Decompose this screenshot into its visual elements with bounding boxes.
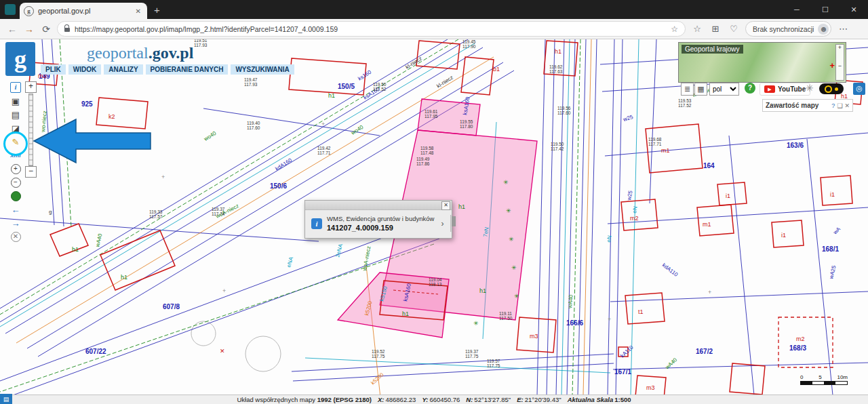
overview-map[interactable]: Geoportal krajowy + +− [678, 42, 846, 83]
window-maximize-icon[interactable]: ☐ [811, 0, 840, 19]
menu-dots-icon[interactable]: ⋯ [836, 24, 850, 34]
panel-help-icon[interactable]: ? [831, 102, 835, 109]
map-label: 119.37117.75 [465, 349, 479, 359]
popup-scrollbar[interactable] [450, 215, 452, 232]
map-label: 167/1 [614, 368, 631, 376]
collections-icon[interactable]: ⊞ [709, 24, 722, 34]
zoom-out-button[interactable]: − [25, 166, 37, 178]
map-label: ✳ [503, 179, 509, 186]
previous-view-icon[interactable]: ← [7, 203, 24, 216]
map-viewport: 149925150/5150/6607/8607/22163/6164166/6… [0, 39, 868, 395]
favorite-star-icon[interactable]: ☆ [671, 24, 678, 34]
help-icon[interactable]: ? [745, 83, 755, 94]
menu-item-plik[interactable]: PLIK [41, 64, 66, 75]
map-label: 119.52117.75 [372, 349, 385, 359]
url-text[interactable]: https://mapy.geoportal.gov.pl/imap/Imgp_… [75, 25, 666, 33]
map-label: h1 [328, 92, 335, 99]
map-label: 119.04118.13 [429, 277, 442, 287]
map-label: 119.33117.57 [149, 209, 163, 219]
map-label: 150/6 [270, 182, 287, 190]
map-sheet-icon[interactable]: ▣ [7, 95, 24, 107]
zoom-slider[interactable] [28, 94, 33, 166]
menu-item-analizy[interactable]: ANALIZY [104, 64, 142, 75]
map-label: m1 [703, 221, 711, 228]
forward-icon[interactable]: → [23, 24, 35, 35]
avatar: ☻ [818, 24, 829, 35]
identify-tool-icon[interactable]: i [7, 81, 24, 94]
e-label: E: [517, 396, 524, 403]
map-label: i1 [726, 193, 730, 199]
print-icon[interactable]: ▤ [7, 108, 24, 121]
xml-tool-icon[interactable]: xml [7, 149, 24, 161]
map-label: 119.57117.75 [487, 359, 500, 368]
tab-title: geoportal.gov.pl [38, 7, 130, 15]
menu-item-pobieranie-danych[interactable]: POBIERANIE DANYCH [146, 64, 229, 75]
menu-item-wyszukiwania[interactable]: WYSZUKIWANIA [231, 64, 294, 75]
legend-icon[interactable]: ▦ [694, 83, 707, 96]
panel-close-icon[interactable]: ✕ [844, 102, 850, 109]
map-label: eN [606, 235, 613, 243]
popup-next-icon[interactable]: › [439, 219, 446, 228]
settings-asterisk-icon[interactable]: ✳ [806, 83, 814, 94]
accessibility-eye-icon[interactable]: ◎ [853, 83, 865, 95]
map-label: h1 [458, 203, 465, 210]
map-label: + [708, 289, 711, 296]
map-label: m3 [646, 384, 655, 391]
crs-prefix: Układ współrzędnych mapy [237, 396, 315, 403]
youtube-label: YouTube [778, 85, 806, 93]
refresh-icon[interactable]: ⟳ [40, 24, 52, 35]
window-minimize-icon[interactable]: ─ [783, 0, 811, 19]
map-label: 167/2 [696, 348, 713, 355]
map-label: 119.40117.60 [247, 121, 260, 130]
contrast-eye-icon [825, 85, 832, 93]
profile-button[interactable]: Brak synchronizacji ☻ [745, 21, 831, 37]
overview-zoom-slider[interactable]: +− [835, 44, 844, 81]
scale-zero: 0 [800, 374, 803, 380]
export-icon[interactable]: ◪ [7, 122, 24, 134]
browser-tab[interactable]: g geoportal.gov.pl ✕ [20, 3, 147, 19]
essentials-icon[interactable]: ♡ [727, 24, 741, 34]
zoom-in-tool-icon[interactable]: + [7, 163, 24, 175]
draw-pencil-icon[interactable]: ✎ [7, 136, 24, 148]
map-label: k2 [108, 113, 115, 120]
panel-minimize-icon[interactable]: ❑ [837, 102, 842, 109]
favorites-icon[interactable]: ☆ [690, 24, 704, 34]
brand-wordmark: geoportal.gov.pl [87, 44, 193, 62]
map-label: + [222, 287, 226, 294]
map-label: 166/6 [566, 319, 583, 327]
statusbar-layers-icon[interactable]: ▤ [0, 394, 12, 404]
layer-list-icon[interactable]: ≣ [681, 83, 694, 96]
map-label: 119.61117.95 [425, 109, 438, 119]
map-label: h1 [72, 246, 79, 253]
clear-selection-icon[interactable]: ✕ [7, 230, 24, 243]
y-value: 660450.76 [429, 396, 460, 403]
n-value: 52°13'27.85" [474, 396, 511, 403]
menu-item-widok[interactable]: WIDOK [68, 64, 101, 75]
scale-label: Aktualna Skala [568, 396, 614, 403]
full-extent-icon[interactable] [7, 190, 24, 202]
next-view-icon[interactable]: → [7, 217, 24, 229]
youtube-button[interactable]: ▶ YouTube [760, 83, 810, 96]
geoportal-logo[interactable]: g [5, 42, 35, 76]
map-label: 168/1 [822, 245, 839, 253]
back-icon[interactable]: ← [6, 24, 18, 35]
popup-scroll-thumb[interactable] [452, 216, 456, 226]
overview-title: Geoportal krajowy [682, 45, 743, 54]
address-bar[interactable]: https://mapy.geoportal.gov.pl/imap/Imgp_… [57, 21, 686, 37]
zoom-out-tool-icon[interactable]: − [7, 176, 24, 188]
zoom-in-button[interactable]: + [25, 81, 37, 93]
workspaces-icon[interactable] [5, 4, 16, 15]
map-label: m2 [630, 215, 639, 222]
identify-popup-header[interactable]: ✕ [305, 201, 452, 210]
popup-close-icon[interactable]: ✕ [441, 201, 450, 210]
map-contents-title: Zawartość mapy [766, 102, 829, 109]
contrast-toggle[interactable] [819, 83, 844, 94]
language-select[interactable]: pol [709, 83, 739, 96]
window-close-icon[interactable]: ✕ [840, 0, 868, 19]
new-tab-button[interactable]: + [154, 4, 160, 16]
wms-info-icon: i [311, 218, 322, 229]
xml-label: xml [10, 153, 21, 159]
screen: { "browser": { "tab_title": "geoportal.g… [0, 0, 868, 404]
scale-five: 5 [818, 374, 821, 380]
tab-close-icon[interactable]: ✕ [134, 7, 143, 16]
